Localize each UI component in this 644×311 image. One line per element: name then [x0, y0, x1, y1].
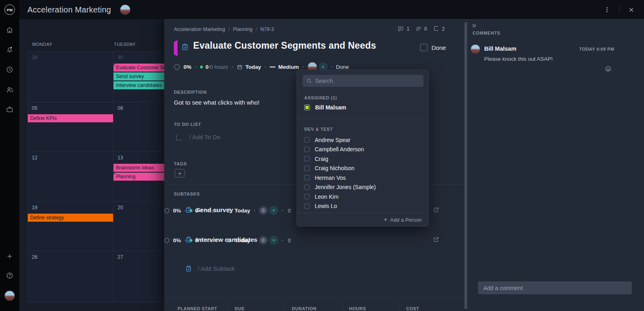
comment-count-icon[interactable]	[397, 25, 404, 32]
open-subtask-button[interactable]	[433, 207, 439, 214]
user-avatar[interactable]	[0, 289, 19, 303]
hours-rest[interactable]: /0 hours	[208, 64, 228, 70]
assignee-placeholder-button[interactable]	[259, 236, 268, 245]
add-subtask-field[interactable]: / Add Subtask	[185, 265, 235, 272]
project-owner-avatar[interactable]	[120, 4, 130, 15]
sidebar-item-team[interactable]	[0, 83, 19, 97]
person-checkbox[interactable]	[304, 175, 310, 180]
close-task-button[interactable]	[627, 5, 636, 14]
calendar-day-cell[interactable]: 13Brainstorm IdeasPlanning	[114, 152, 164, 202]
sidebar-item-home[interactable]	[0, 23, 19, 37]
assigned-person-row[interactable]: Bill Malsam	[304, 104, 346, 111]
calendar-event[interactable]: Interview candidates	[114, 81, 164, 89]
calendar-day-cell[interactable]: 06	[114, 102, 164, 152]
sidebar-item-recent[interactable]	[0, 63, 19, 76]
attachment-count-icon[interactable]	[415, 25, 422, 32]
breadcrumb-project[interactable]: Acceleration Marketing	[174, 27, 225, 32]
calendar-day-cell[interactable]: 05Define KPIs	[28, 102, 114, 152]
person-checkbox[interactable]	[304, 166, 310, 171]
add-assignee-button[interactable]	[269, 206, 278, 215]
calendar-event[interactable]: Evaluate Customer Seg	[114, 64, 164, 72]
add-todo-field[interactable]: / Add To Do	[176, 134, 220, 140]
person-row[interactable]: Leon Kim	[304, 192, 422, 202]
calendar-day-cell[interactable]: 26	[28, 251, 114, 303]
subtask-title[interactable]: Send survey	[196, 206, 233, 214]
assignee-search-input[interactable]	[315, 78, 420, 84]
person-checkbox[interactable]	[304, 147, 310, 152]
person-checkbox[interactable]	[304, 194, 310, 199]
person-checkbox[interactable]	[304, 204, 310, 209]
calendar-day-cell[interactable]: 19Define strategy	[28, 202, 114, 251]
calendar-event[interactable]: Send survey	[114, 72, 164, 80]
sidebar-item-portfolio[interactable]	[0, 103, 19, 116]
subtask-title[interactable]: Interview candidates	[196, 236, 257, 243]
delete-subtask-button[interactable]	[287, 237, 292, 243]
external-link-icon	[433, 237, 439, 243]
subtask-progress[interactable]: 0%	[173, 208, 181, 214]
emoji-reaction-button[interactable]	[605, 65, 612, 74]
add-subtask-placeholder: / Add Subtask	[198, 265, 235, 272]
add-comment-input[interactable]	[478, 282, 632, 294]
calendar-day-cell[interactable]: 29	[28, 51, 114, 102]
due-date[interactable]: Today	[246, 64, 261, 70]
subtask-date[interactable]: Today	[235, 208, 250, 214]
progress-value[interactable]: 0%	[184, 64, 192, 70]
calendar-day-number: 05	[32, 105, 113, 111]
project-title: Acceleration Marketing	[27, 5, 111, 14]
app-logo[interactable]: PM	[4, 4, 15, 15]
person-checkbox[interactable]	[304, 156, 310, 161]
calendar-event[interactable]: Brainstorm Ideas	[114, 164, 164, 172]
progress-ring-icon[interactable]	[164, 208, 169, 213]
add-person-button[interactable]: + Add a Person	[297, 213, 428, 226]
add-assignee-button[interactable]	[269, 236, 278, 245]
breadcrumb-plan[interactable]: Planning	[233, 27, 253, 32]
person-row[interactable]: Campbell Anderson	[304, 145, 422, 154]
open-subtask-button[interactable]	[433, 237, 439, 244]
todo-connector-icon	[176, 135, 182, 140]
person-checkbox[interactable]	[304, 185, 310, 190]
subtask-count-icon[interactable]	[433, 25, 440, 32]
status-value[interactable]: Done	[336, 64, 349, 70]
divider	[297, 118, 428, 119]
sidebar-add-button[interactable]	[0, 249, 19, 263]
assigned-checkbox[interactable]	[304, 105, 310, 110]
calendar-event[interactable]: Define KPIs	[28, 114, 113, 122]
done-checkbox-wrap[interactable]: Done	[420, 44, 446, 51]
sidebar-item-notifications[interactable]	[0, 43, 19, 56]
add-tag-button[interactable]: +	[175, 169, 185, 177]
calendar-day-cell[interactable]: 27	[114, 251, 164, 303]
person-checkbox[interactable]	[304, 137, 310, 142]
person-circle-icon	[260, 237, 266, 243]
subtask-progress[interactable]: 0%	[173, 237, 181, 243]
subtask-count: 2	[442, 26, 445, 32]
modal-scrollbar[interactable]	[464, 22, 467, 309]
done-checkbox[interactable]	[420, 44, 427, 51]
calendar-day-cell[interactable]: 12	[28, 152, 114, 202]
calendar-icon	[237, 64, 243, 70]
assignee-placeholder-button[interactable]	[259, 206, 268, 215]
done-label: Done	[431, 44, 446, 51]
assignee-search-box[interactable]	[303, 75, 423, 87]
progress-ring-icon[interactable]	[164, 238, 169, 243]
hours-done[interactable]: 0	[206, 64, 209, 70]
person-row[interactable]: Andrew Spear	[304, 135, 422, 145]
person-row[interactable]: Lewis Lo	[304, 202, 422, 211]
description-text[interactable]: Got to see what clicks with who!	[174, 99, 260, 106]
delete-subtask-button[interactable]	[287, 208, 292, 214]
breadcrumb-task-id[interactable]: N79-3	[260, 27, 274, 32]
task-title[interactable]: Evaluate Customer Segments and Needs	[193, 40, 376, 51]
sidebar-help-button[interactable]	[0, 269, 19, 282]
calendar-day-cell[interactable]: 20	[114, 202, 164, 251]
person-row[interactable]: Jennifer Jones (Sample)	[304, 183, 422, 192]
calendar-day-cell[interactable]: 30Evaluate Customer SegSend surveyInterv…	[114, 51, 164, 102]
calendar-event[interactable]: Define strategy	[28, 214, 113, 222]
person-row[interactable]: Craig	[304, 154, 422, 164]
calendar-day-number: 29	[32, 55, 113, 60]
collapse-panel-button[interactable]	[471, 23, 477, 31]
person-row[interactable]: Herman Vos	[304, 173, 422, 183]
calendar-event[interactable]: Planning	[114, 173, 164, 181]
more-options-button[interactable]	[602, 5, 612, 14]
progress-ring-icon[interactable]	[174, 64, 180, 70]
priority-value[interactable]: Medium	[279, 64, 299, 70]
person-row[interactable]: Craig Nicholson	[304, 164, 422, 173]
